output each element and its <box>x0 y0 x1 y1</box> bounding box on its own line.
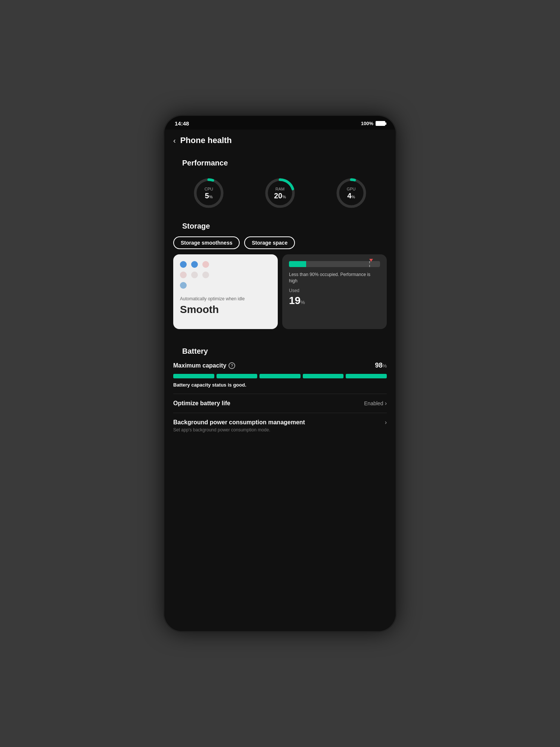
info-icon[interactable]: ? <box>228 362 235 369</box>
tab-storage-space[interactable]: Storage space <box>244 236 295 249</box>
camera-notch <box>278 119 282 123</box>
performance-title: Performance <box>173 154 387 173</box>
optimize-battery-title: Optimize battery life <box>173 400 230 407</box>
space-status-text: Less than 90% occupied. Performance is h… <box>289 272 380 284</box>
cpu-value: 5% <box>205 192 213 199</box>
phone-frame: 14:48 100% ‹ Phone health Performance <box>164 116 396 631</box>
ram-value: 20% <box>274 192 286 199</box>
chevron-icon-1: › <box>385 400 387 407</box>
battery-percent: 100% <box>361 121 373 126</box>
battery-title: Battery <box>173 342 387 362</box>
battery-capacity-label: Maximum capacity ? <box>173 362 235 369</box>
battery-capacity-value: 98% <box>375 362 387 369</box>
batt-seg-2 <box>217 374 258 378</box>
tab-storage-smoothness[interactable]: Storage smoothness <box>173 236 240 249</box>
batt-seg-3 <box>259 374 301 378</box>
dot-1 <box>180 261 187 268</box>
gpu-label: GPU <box>347 187 356 191</box>
battery-section: Battery Maximum capacity ? 98% Battery c… <box>164 337 396 444</box>
dot-4 <box>180 272 187 278</box>
background-power-title: Background power consumption management <box>173 419 305 426</box>
dot-5 <box>191 272 198 278</box>
battery-status-text: Battery capacity status is good. <box>173 382 387 388</box>
optimize-battery-value: Enabled › <box>364 400 387 407</box>
battery-icon <box>376 121 385 126</box>
cpu-label: CPU <box>205 187 213 191</box>
dot-6 <box>202 272 209 278</box>
dot-7 <box>180 282 187 289</box>
space-used-label: Used <box>289 288 380 293</box>
page-title: Phone health <box>180 136 232 145</box>
storage-tabs: Storage smoothness Storage space <box>173 236 387 249</box>
ram-gauge: RAM 20% <box>263 176 297 210</box>
ram-label: RAM <box>276 187 284 191</box>
batt-seg-1 <box>173 374 214 378</box>
chevron-icon-2: › <box>385 419 387 426</box>
background-power-item[interactable]: Background power consumption management … <box>173 413 387 438</box>
optimize-battery-item[interactable]: Optimize battery life Enabled › <box>173 394 387 413</box>
storage-title: Storage <box>173 217 387 236</box>
dots-grid <box>180 261 210 289</box>
space-used-value: 19% <box>289 295 380 307</box>
smooth-status-value: Smooth <box>180 304 271 316</box>
background-power-subtitle: Set app's background power consumption m… <box>173 427 387 433</box>
performance-gauges: CPU 5% RAM 20% <box>173 176 387 210</box>
dot-3 <box>202 261 209 268</box>
storage-section: Storage Storage smoothness Storage space <box>164 217 396 337</box>
storage-cards: Automatically optimize when idle Smooth … <box>173 254 387 329</box>
cpu-gauge: CPU 5% <box>192 176 225 210</box>
performance-section: Performance CPU 5% <box>164 151 396 217</box>
back-button[interactable]: ‹ <box>173 136 176 145</box>
batt-seg-5 <box>346 374 387 378</box>
top-bar: ‹ Phone health <box>164 130 396 151</box>
space-bar-track <box>289 261 380 267</box>
space-bar-threshold <box>369 261 370 267</box>
smooth-auto-label: Automatically optimize when idle <box>180 296 271 301</box>
gpu-gauge: GPU 4% <box>335 176 368 210</box>
gpu-value: 4% <box>347 192 355 199</box>
space-bar-marker <box>369 259 373 262</box>
status-time: 14:48 <box>175 120 189 127</box>
screen-content[interactable]: ‹ Phone health Performance CPU 5% <box>164 130 396 631</box>
battery-segments <box>173 374 387 378</box>
batt-seg-4 <box>303 374 344 378</box>
dot-2 <box>191 261 198 268</box>
battery-capacity-row: Maximum capacity ? 98% <box>173 362 387 369</box>
space-card: Less than 90% occupied. Performance is h… <box>282 254 387 329</box>
space-bar-fill <box>289 261 306 267</box>
smoothness-card: Automatically optimize when idle Smooth <box>173 254 278 329</box>
space-bar-container <box>289 261 380 267</box>
